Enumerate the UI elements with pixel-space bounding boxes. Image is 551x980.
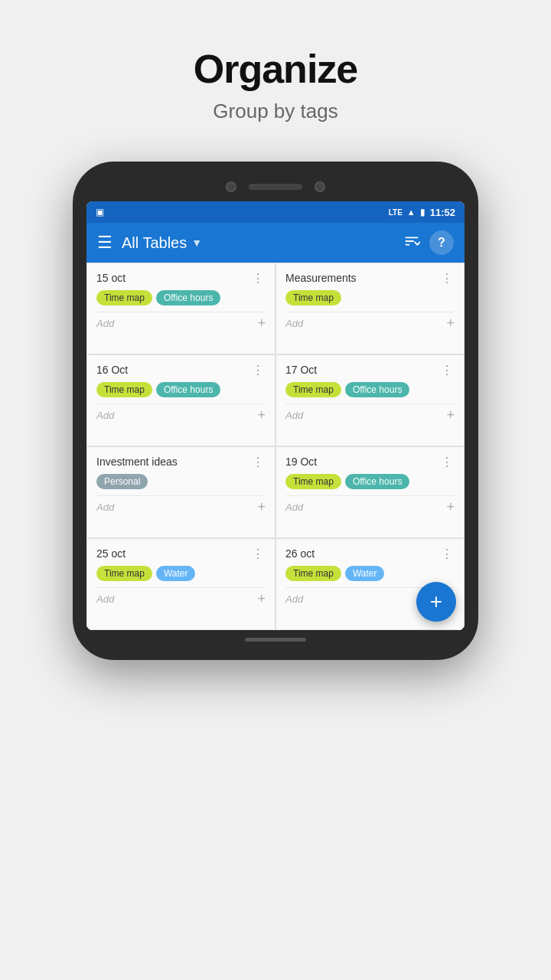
add-plus-icon[interactable]: + [257,315,266,332]
card-footer: Add + [96,587,266,610]
add-label: Add [96,318,114,329]
status-bar: ▣ LTE ▲ ▮ 11:52 [86,201,465,223]
app-bar-title[interactable]: All Tables ▼ [122,234,394,252]
tags-row: Time map Office hours [285,474,455,489]
signal-icon: ▲ [407,207,416,217]
phone-screen: ▣ LTE ▲ ▮ 11:52 ☰ All Tables ▼ [86,201,465,630]
card-footer: Add + [96,495,266,518]
phone-top-bar [86,175,465,201]
card-menu-dots[interactable]: ⋮ [439,455,455,469]
card-header: 16 Oct ⋮ [96,363,266,377]
tags-row: Time map Office hours [96,382,266,397]
tag-timemap[interactable]: Time map [96,290,152,305]
card-title: 17 Oct [285,363,317,377]
status-time: 11:52 [430,207,455,218]
home-bar [245,638,306,642]
tag-timemap[interactable]: Time map [285,566,341,581]
card-25oct: 25 oct ⋮ Time map Water Add + [86,538,276,630]
tag-timemap[interactable]: Time map [96,382,152,397]
add-label: Add [96,501,114,513]
app-bar: ☰ All Tables ▼ ? [86,223,465,263]
add-plus-icon[interactable]: + [446,407,455,423]
page-title: Organize [194,46,358,92]
card-title: Investment ideas [96,455,178,469]
card-menu-dots[interactable]: ⋮ [439,547,455,561]
cards-grid: 15 oct ⋮ Time map Office hours Add + [86,263,465,630]
card-title: 26 oct [285,547,315,560]
card-menu-dots[interactable]: ⋮ [439,363,455,377]
tags-row: Time map Office hours [285,382,455,397]
card-measurements: Measurements ⋮ Time map Add + [276,263,465,354]
tags-row: Time map [285,290,455,305]
card-menu-dots[interactable]: ⋮ [439,271,455,286]
tag-officehours[interactable]: Office hours [345,474,409,489]
card-header: 15 oct ⋮ [96,271,266,286]
tags-row: Time map Water [96,566,266,581]
battery-icon: ▮ [420,207,425,217]
page-wrapper: Organize Group by tags ▣ LTE ▲ ▮ 11:52 [0,0,551,980]
card-header: 19 Oct ⋮ [285,455,455,469]
add-label: Add [96,593,114,605]
card-footer: Add + [285,495,455,518]
card-menu-dots[interactable]: ⋮ [250,271,266,286]
page-subtitle: Group by tags [213,100,337,123]
card-title: 19 Oct [285,455,317,469]
tag-personal[interactable]: Personal [96,474,148,489]
dropdown-arrow-icon: ▼ [191,237,202,249]
sort-icon[interactable] [403,233,420,253]
card-title: 15 oct [96,271,126,285]
card-footer: Add + [96,403,266,426]
phone-camera [226,181,236,192]
tag-officehours[interactable]: Office hours [345,382,409,397]
tag-timemap[interactable]: Time map [285,474,341,489]
menu-icon[interactable]: ☰ [97,233,112,253]
card-26oct: 26 oct ⋮ Time map Water Add + + [276,538,465,630]
tag-timemap[interactable]: Time map [96,566,152,581]
card-menu-dots[interactable]: ⋮ [250,455,266,469]
card-16oct: 16 Oct ⋮ Time map Office hours Add + [86,354,276,446]
add-label: Add [285,501,303,513]
notification-icon: ▣ [96,207,104,217]
status-left: ▣ [96,207,104,217]
tag-water[interactable]: Water [345,566,385,581]
add-plus-icon[interactable]: + [257,407,266,423]
card-menu-dots[interactable]: ⋮ [250,547,266,561]
tag-officehours[interactable]: Office hours [156,382,220,397]
card-footer: Add + [96,312,266,335]
card-title: 16 Oct [96,363,128,377]
phone-speaker [249,184,302,190]
lte-indicator: LTE [389,208,403,217]
card-header: Measurements ⋮ [285,271,455,286]
phone-camera-2 [315,181,325,192]
card-footer: Add + [285,312,455,335]
add-plus-icon[interactable]: + [446,315,455,332]
status-right: LTE ▲ ▮ 11:52 [389,207,455,218]
card-header: 25 oct ⋮ [96,547,266,561]
card-header: 26 oct ⋮ [285,547,455,561]
card-menu-dots[interactable]: ⋮ [250,363,266,377]
add-plus-icon[interactable]: + [257,499,266,515]
tags-row: Personal [96,474,266,489]
card-title: Measurements [285,271,357,285]
tag-timemap[interactable]: Time map [285,290,341,305]
help-button[interactable]: ? [429,230,454,255]
fab-add-button[interactable]: + [416,582,456,622]
tag-officehours[interactable]: Office hours [156,290,220,305]
card-investment-ideas: Investment ideas ⋮ Personal Add + [86,446,276,538]
card-15oct: 15 oct ⋮ Time map Office hours Add + [86,263,276,354]
card-17oct: 17 Oct ⋮ Time map Office hours Add + [276,354,465,446]
card-header: Investment ideas ⋮ [96,455,266,469]
tag-timemap[interactable]: Time map [285,382,341,397]
tag-water[interactable]: Water [156,566,196,581]
card-header: 17 Oct ⋮ [285,363,455,377]
add-plus-icon[interactable]: + [257,591,266,607]
add-plus-icon[interactable]: + [446,499,455,515]
phone-shell: ▣ LTE ▲ ▮ 11:52 ☰ All Tables ▼ [73,162,478,660]
add-label: Add [285,318,303,329]
add-label: Add [285,593,303,605]
card-19oct: 19 Oct ⋮ Time map Office hours Add + [276,446,465,538]
phone-bottom-bar [86,630,465,646]
tags-row: Time map Office hours [96,290,266,305]
card-footer: Add + [285,403,455,426]
add-label: Add [285,410,303,421]
